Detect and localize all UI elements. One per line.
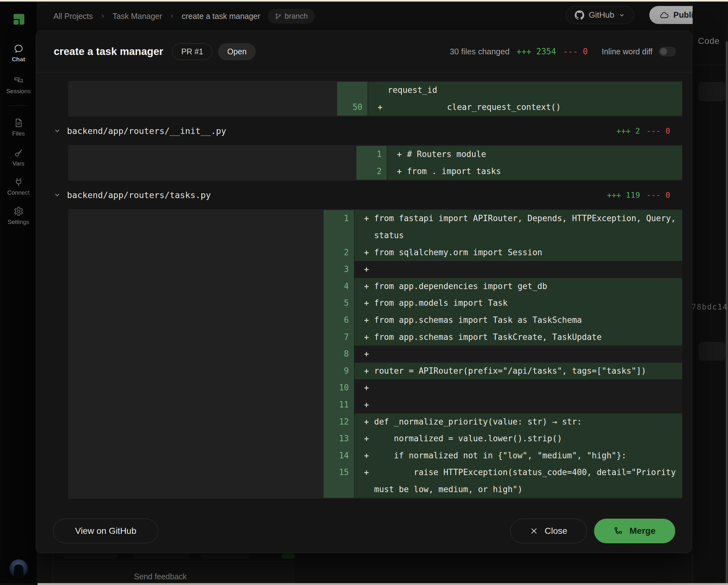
merge-button[interactable]: Merge: [594, 518, 675, 543]
diff-scroll-area[interactable]: request_id50+ clear_request_context()bac…: [36, 72, 692, 517]
page-scrollbar[interactable]: [726, 2, 728, 583]
window-bottom-edge: [37, 583, 728, 585]
deletions-count: --- 0: [563, 47, 588, 56]
file-additions: +++ 2: [616, 126, 640, 135]
code-text: if normalized not in {"low", "medium", "…: [374, 447, 626, 464]
sidebar-item-files[interactable]: Files: [0, 118, 37, 137]
code-cell: + normalized = value.lower().strip(): [354, 430, 682, 447]
pr-number-badge[interactable]: PR #1: [172, 43, 212, 60]
code-text: normalized = value.lower().strip(): [374, 430, 562, 447]
background-status-dot: [282, 554, 295, 558]
breadcrumb-task-manager[interactable]: Task Manager: [112, 12, 162, 21]
code-cell: +: [354, 379, 682, 396]
diff-sign: +: [360, 379, 374, 396]
diff-new-side: 1+# Routers module2+from . import tasks: [357, 145, 682, 181]
diff-sign: +: [360, 447, 374, 464]
github-button-label: GitHub: [589, 10, 614, 20]
diff-sign: +: [360, 396, 374, 414]
diff-section: 1+# Routers module2+from . import tasks: [68, 145, 682, 181]
diff-row: 14+ if normalized not in {"low", "medium…: [323, 447, 682, 464]
close-button[interactable]: Close: [510, 518, 587, 543]
breadcrumb-all-projects[interactable]: All Projects: [53, 12, 93, 21]
code-text: clear_request_context(): [388, 99, 561, 116]
code-line: +from sqlalchemy.orm import Session: [360, 244, 682, 261]
code-line: + if normalized not in {"low", "medium",…: [360, 447, 682, 464]
sidebar-item-vars[interactable]: Vars: [0, 148, 37, 167]
diff-sign: +: [360, 210, 374, 227]
diff-row: 15+ raise HTTPException(status_code=400,…: [323, 464, 682, 498]
merge-button-label: Merge: [629, 526, 655, 536]
chevron-down-icon: [619, 12, 625, 18]
git-merge-icon: [614, 526, 623, 536]
send-feedback-link[interactable]: Send feedback: [134, 572, 187, 581]
code-cell: + if normalized not in {"low", "medium",…: [354, 447, 682, 464]
close-icon: [530, 527, 538, 535]
sessions-icon: [14, 76, 24, 86]
diff-file-header[interactable]: backend/app/routers/__init__.py+++ 2--- …: [36, 116, 692, 145]
diff-section: request_id50+ clear_request_context(): [68, 81, 682, 116]
diff-row: 1+# Routers module: [357, 146, 682, 163]
code-text: # Routers module: [407, 146, 486, 163]
diff-row: 9+router = APIRouter(prefix="/api/tasks"…: [323, 363, 682, 380]
file-deletions: --- 0: [647, 126, 670, 135]
breadcrumb-current[interactable]: create a task manager: [182, 12, 260, 21]
code-line: +: [360, 396, 682, 414]
diff-row: 1+from fastapi import APIRouter, Depends…: [323, 210, 682, 244]
sidebar-item-settings[interactable]: Settings: [0, 206, 37, 225]
diff-sign: +: [360, 295, 374, 312]
code-cell: +router = APIRouter(prefix="/api/tasks",…: [354, 363, 682, 380]
pr-status-badge: Open: [218, 43, 256, 60]
file-deletions: --- 0: [647, 190, 670, 200]
code-cell: +from app.schemas import Task as TaskSch…: [354, 312, 682, 329]
code-line: +from app.schemas import Task as TaskSch…: [360, 312, 682, 329]
app-logo-icon[interactable]: [12, 12, 26, 27]
commit-hash-fragment: b78bdc14f: [686, 302, 728, 312]
code-line: must be low, medium, or high"): [360, 481, 682, 498]
diff-row: 12+def _normalize_priority(value: str) →…: [323, 414, 682, 430]
diff-sign: +: [374, 99, 388, 116]
diff-row: 13+ normalized = value.lower().strip(): [323, 430, 682, 447]
chevron-down-icon[interactable]: [54, 127, 61, 134]
background-widget: [699, 342, 725, 361]
code-line: status: [360, 227, 682, 244]
code-cell: +# Routers module: [387, 146, 682, 163]
line-number: 50: [337, 99, 367, 116]
diff-row: 8+: [323, 346, 682, 363]
code-cell: +from . import tasks: [387, 163, 682, 180]
sidebar-item-connect[interactable]: Connect: [0, 177, 37, 196]
code-tab[interactable]: Code: [698, 36, 720, 46]
code-line: +from fastapi import APIRouter, Depends,…: [360, 210, 682, 227]
diff-row: 2+from sqlalchemy.orm import Session: [323, 244, 682, 261]
diff-row: 2+from . import tasks: [357, 163, 682, 180]
diff-file-stats: +++ 119--- 0: [607, 190, 670, 200]
diff-row: 11+: [323, 396, 682, 414]
code-line: + raise HTTPException(status_code=400, d…: [360, 464, 682, 481]
line-number: 10: [323, 379, 354, 396]
code-cell: + clear_request_context(): [367, 99, 682, 116]
user-avatar[interactable]: [9, 559, 28, 578]
line-number: 9: [323, 363, 354, 380]
diff-section: 1+from fastapi import APIRouter, Depends…: [68, 209, 682, 499]
diff-old-side-empty: [68, 145, 357, 181]
panel-divider: [693, 65, 726, 65]
chat-icon: [14, 44, 24, 54]
branch-badge[interactable]: branch: [268, 9, 315, 24]
github-button[interactable]: GitHub: [566, 6, 634, 24]
chevron-down-icon[interactable]: [54, 191, 61, 198]
chat-panel-bottom: Send feedback: [52, 553, 293, 583]
code-text: from . import tasks: [407, 163, 501, 180]
diff-sign: +: [360, 278, 374, 295]
inline-word-diff-label: Inline word diff: [602, 47, 652, 56]
file-additions: +++ 119: [607, 190, 640, 200]
sidebar-item-chat[interactable]: Chat: [0, 44, 37, 63]
view-on-github-button[interactable]: View on GitHub: [53, 518, 158, 543]
sidebar: Chat Sessions Files Vars Connect Setting…: [0, 2, 37, 583]
diff-sign: [360, 481, 374, 498]
sidebar-item-sessions[interactable]: Sessions: [0, 76, 37, 95]
line-number: 14: [323, 447, 354, 464]
inline-word-diff-toggle[interactable]: [659, 47, 676, 56]
additions-count: +++ 2354: [517, 47, 556, 56]
diff-file-header[interactable]: backend/app/routers/tasks.py+++ 119--- 0: [36, 181, 692, 209]
line-number: [337, 82, 367, 99]
code-line: +from app.models import Task: [360, 295, 682, 312]
